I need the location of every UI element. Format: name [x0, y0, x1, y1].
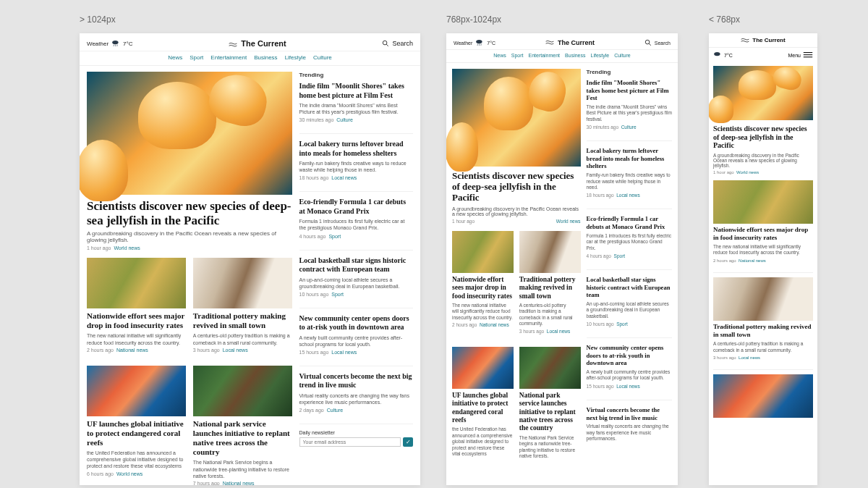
hero-image[interactable]	[87, 72, 292, 195]
menu-button[interactable]: Menu	[788, 51, 813, 59]
category-link[interactable]: Local news	[331, 175, 357, 180]
nav-item[interactable]: Lifestyle	[590, 53, 609, 58]
search-button[interactable]: Search	[382, 40, 413, 47]
category-link[interactable]: Local news	[616, 384, 640, 389]
category-link[interactable]: Sport	[331, 292, 344, 297]
trending-sub: The indie drama "Moonlit Shores" wins Be…	[587, 104, 672, 122]
hero-image[interactable]	[713, 66, 813, 120]
article-card[interactable]: Traditional pottery making revived in sm…	[193, 258, 292, 358]
brand[interactable]: The Current	[545, 39, 595, 46]
email-input[interactable]	[299, 437, 401, 447]
trending-sub: Family-run bakery finds creative ways to…	[587, 172, 672, 190]
trending-item[interactable]: Local bakery turns leftover bread into m…	[299, 140, 414, 192]
nav-item[interactable]: Culture	[313, 54, 332, 61]
trending-item[interactable]: New community center opens doors to at-r…	[299, 314, 414, 366]
breakpoint-label-small: < 768px	[709, 14, 740, 25]
search-button[interactable]: Search	[644, 39, 671, 46]
weather-label: Weather	[87, 41, 109, 47]
nav-item[interactable]: Sport	[511, 53, 524, 58]
category-link[interactable]: Local news	[739, 356, 760, 360]
header: Weather 7°C The Current Search	[446, 33, 678, 50]
card-image	[519, 347, 581, 389]
category-link[interactable]: National news	[739, 258, 766, 263]
hero-title[interactable]: Scientists discover new species of deep-…	[713, 125, 813, 150]
category-link[interactable]: Sport	[328, 234, 341, 239]
category-link[interactable]: World news	[556, 219, 581, 224]
category-link[interactable]: World news	[116, 471, 142, 476]
main-column: Scientists discover new species of deep-…	[87, 72, 292, 485]
trending-item[interactable]: Eco-friendly Formula 1 car debuts at Mon…	[299, 198, 414, 250]
category-link[interactable]: Local news	[331, 350, 357, 355]
svg-point-0	[112, 41, 118, 44]
category-link[interactable]: National news	[116, 348, 148, 353]
card-title: Nationwide effort sees major drop in foo…	[452, 276, 514, 300]
breakpoint-label-medium: 768px-1024px	[446, 14, 501, 25]
nav-item[interactable]: Business	[254, 54, 277, 61]
card-meta: 3 hours ago Local news	[713, 356, 813, 360]
article-card[interactable]: Traditional pottery making revived in sm…	[519, 231, 581, 340]
card-subtitle: A centuries-old pottery tradition is mak…	[713, 341, 813, 353]
nav-item[interactable]: Business	[565, 53, 585, 58]
trending-item[interactable]: Indie film "Moonlit Shores" takes home b…	[587, 79, 672, 141]
weather-widget[interactable]: Weather 7°C	[454, 39, 495, 46]
nav-item[interactable]: Culture	[614, 53, 631, 58]
hero-title[interactable]: Scientists discover new species of deep-…	[452, 171, 581, 203]
weather-widget[interactable]: 7°C	[713, 51, 733, 59]
trending-title: New community center opens doors to at-r…	[587, 344, 672, 367]
category-link[interactable]: Local news	[547, 329, 571, 334]
hero-title[interactable]: Scientists discover new species of deep-…	[87, 199, 292, 227]
nav-item[interactable]: News	[493, 53, 506, 58]
category-link[interactable]: Sport	[614, 253, 626, 258]
category-link[interactable]: National news	[480, 322, 509, 327]
trending-meta: 30 minutes ago Culture	[299, 117, 414, 122]
trending-item[interactable]: Local basketball star signs historic con…	[587, 276, 672, 338]
nav-item[interactable]: Lifestyle	[285, 54, 306, 61]
article-card[interactable]: Traditional pottery making revived in sm…	[713, 277, 813, 370]
card-title: National park service launches initiativ…	[193, 419, 292, 458]
card-image	[519, 231, 581, 273]
category-link[interactable]: Culture	[621, 125, 637, 130]
category-link[interactable]: Local news	[223, 348, 248, 353]
trending-item[interactable]: Eco-friendly Formula 1 car debuts at Mon…	[587, 215, 672, 270]
card-title: UF launches global initiative to protect…	[452, 392, 514, 425]
article-card[interactable]: National park service launches initiativ…	[193, 366, 292, 485]
category-link[interactable]: Culture	[327, 408, 344, 413]
article-card[interactable]	[713, 374, 813, 424]
brand-name[interactable]: The Current	[752, 37, 785, 43]
trending-item[interactable]: Virtual concerts become the next big tre…	[299, 372, 414, 424]
article-card[interactable]: Nationwide effort sees major drop in foo…	[452, 231, 514, 340]
trending-item[interactable]: Local bakery turns leftover bread into m…	[587, 147, 672, 209]
article-card[interactable]: National park service launches initiativ…	[519, 347, 581, 461]
weather-widget[interactable]: Weather 7°C	[87, 40, 133, 47]
svg-point-6	[477, 40, 482, 43]
trending-meta: 15 hours ago Local news	[587, 384, 672, 389]
nav-item[interactable]: Entertainment	[528, 53, 560, 58]
cloud-rain-icon	[713, 51, 722, 59]
category-link[interactable]: Local news	[616, 193, 640, 198]
category-link[interactable]: World news	[114, 245, 140, 251]
card-image	[713, 277, 813, 321]
article-card[interactable]: UF launches global initiative to protect…	[87, 366, 186, 485]
category-link[interactable]: National news	[223, 481, 255, 485]
subscribe-button[interactable]: ✓	[403, 437, 413, 447]
trending-item[interactable]: Local basketball star signs historic con…	[299, 256, 414, 308]
trending-item[interactable]: New community center opens doors to at-r…	[587, 344, 672, 400]
svg-line-7	[477, 44, 478, 46]
article-card[interactable]: UF launches global initiative to protect…	[452, 347, 514, 461]
card-image	[452, 231, 514, 273]
brand[interactable]: The Current	[229, 39, 286, 48]
trending-sub: A newly built community centre provides …	[587, 369, 672, 382]
cloud-rain-icon	[111, 40, 120, 47]
hero-image[interactable]	[452, 69, 581, 167]
category-link[interactable]: World news	[736, 170, 759, 174]
category-link[interactable]: Culture	[336, 117, 353, 122]
article-card[interactable]: Nationwide effort sees major drop in foo…	[87, 258, 186, 358]
trending-item[interactable]: Indie film "Moonlit Shores" takes home b…	[299, 82, 414, 134]
nav-item[interactable]: Sport	[190, 54, 203, 61]
trending-item[interactable]: Virtual concerts become the next big tre…	[587, 406, 672, 450]
nav-item[interactable]: News	[168, 54, 182, 61]
category-link[interactable]: Sport	[616, 321, 628, 327]
article-card[interactable]: Nationwide effort sees major drop in foo…	[713, 180, 813, 273]
hamburger-icon	[803, 51, 813, 59]
nav-item[interactable]: Entertainment	[210, 54, 247, 61]
